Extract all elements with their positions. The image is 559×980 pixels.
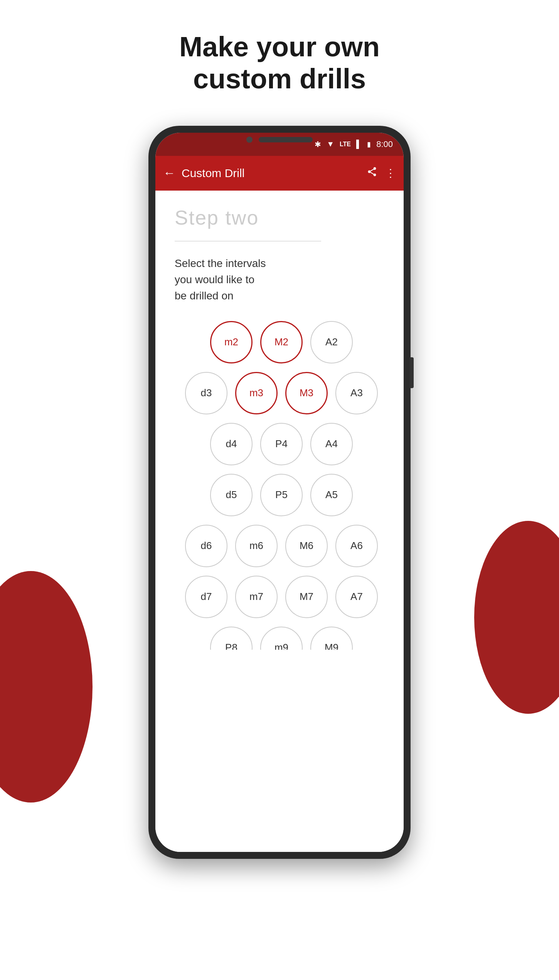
interval-btn-A3[interactable]: A3 <box>335 372 378 414</box>
intervals-grid: m2M2A2d3m3M3A3d4P4A4d5P5A5d6m6M6A6d7m7M7… <box>175 321 388 618</box>
camera-dot <box>246 137 253 143</box>
wifi-icon: ▼ <box>327 140 334 149</box>
interval-btn-d3[interactable]: d3 <box>185 372 227 414</box>
status-bar: ✱ ▼ LTE ▌ ▮ 8:00 <box>155 133 404 156</box>
interval-btn-P8[interactable]: P8 <box>210 627 253 650</box>
app-bar-title: Custom Drill <box>182 167 367 180</box>
interval-btn-d7[interactable]: d7 <box>185 576 227 618</box>
interval-btn-M2[interactable]: M2 <box>260 321 303 363</box>
phone-mockup: ✱ ▼ LTE ▌ ▮ 8:00 ← Custom Drill <box>148 126 411 859</box>
interval-btn-m3[interactable]: m3 <box>235 372 278 414</box>
back-button[interactable]: ← <box>163 166 175 180</box>
side-button <box>410 357 414 388</box>
phone-frame: ✱ ▼ LTE ▌ ▮ 8:00 ← Custom Drill <box>148 126 411 859</box>
more-button[interactable]: ⋮ <box>385 167 396 179</box>
interval-btn-d5[interactable]: d5 <box>210 474 253 516</box>
interval-row-row1: m2M2A2 <box>175 321 388 363</box>
interval-row-row2: d3m3M3A3 <box>175 372 388 414</box>
interval-btn-A2[interactable]: A2 <box>310 321 353 363</box>
speaker-grille <box>259 137 313 142</box>
interval-btn-M7[interactable]: M7 <box>285 576 328 618</box>
bluetooth-icon: ✱ <box>315 140 321 149</box>
status-time: 8:00 <box>376 139 393 149</box>
signal-icon: ▌ <box>356 140 362 149</box>
battery-icon: ▮ <box>367 140 371 149</box>
share-button[interactable] <box>367 166 377 180</box>
page-title: Make your own custom drills <box>179 31 380 95</box>
interval-btn-d6[interactable]: d6 <box>185 525 227 567</box>
interval-btn-P4[interactable]: P4 <box>260 423 303 465</box>
app-bar: ← Custom Drill ⋮ <box>155 156 404 191</box>
interval-btn-m2[interactable]: m2 <box>210 321 253 363</box>
bg-decoration-right <box>474 521 559 714</box>
interval-btn-d4[interactable]: d4 <box>210 423 253 465</box>
interval-btn-A7[interactable]: A7 <box>335 576 378 618</box>
interval-row-row3: d4P4A4 <box>175 423 388 465</box>
interval-btn-m6[interactable]: m6 <box>235 525 278 567</box>
interval-btn-m9[interactable]: m9 <box>260 627 303 650</box>
interval-btn-A6[interactable]: A6 <box>335 525 378 567</box>
step-divider <box>175 241 321 242</box>
bg-decoration-left <box>0 571 93 803</box>
lte-indicator: LTE <box>340 141 351 148</box>
interval-btn-M9[interactable]: M9 <box>310 627 353 650</box>
step-label: Step two <box>175 206 388 229</box>
interval-btn-P5[interactable]: P5 <box>260 474 303 516</box>
screen-content: Step two Select the intervalsyou would l… <box>155 191 404 852</box>
interval-btn-A5[interactable]: A5 <box>310 474 353 516</box>
interval-btn-M3[interactable]: M3 <box>285 372 328 414</box>
interval-row-row5: d6m6M6A6 <box>175 525 388 567</box>
app-bar-actions: ⋮ <box>367 166 396 180</box>
phone-screen: ✱ ▼ LTE ▌ ▮ 8:00 ← Custom Drill <box>155 133 404 852</box>
interval-row-row4: d5P5A5 <box>175 474 388 516</box>
partial-row: P8m9M9 <box>175 627 388 650</box>
interval-row-row6: d7m7M7A7 <box>175 576 388 618</box>
interval-btn-M6[interactable]: M6 <box>285 525 328 567</box>
instruction-text: Select the intervalsyou would like tobe … <box>175 255 388 304</box>
phone-top-bezel <box>246 137 313 143</box>
interval-btn-A4[interactable]: A4 <box>310 423 353 465</box>
interval-btn-m7[interactable]: m7 <box>235 576 278 618</box>
